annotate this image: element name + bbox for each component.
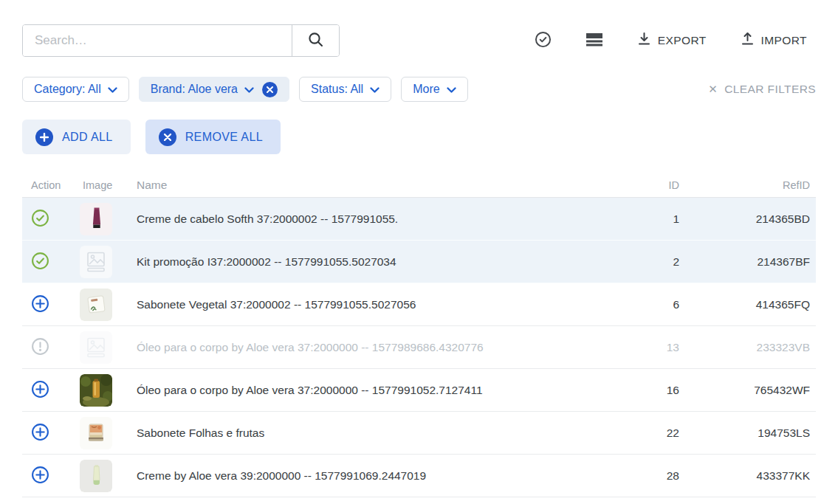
product-id: 22 [598, 427, 679, 440]
list-icon [585, 32, 603, 49]
filter-chip-label: Brand: Aloe vera [151, 83, 238, 96]
import-button[interactable]: IMPORT [741, 32, 807, 49]
check-circle-icon [31, 209, 49, 229]
search-input[interactable] [23, 25, 292, 56]
add-product-button[interactable] [31, 380, 49, 401]
product-name: Óleo para o corpo by Aloe vera 37:200000… [137, 341, 598, 354]
filter-chip-more[interactable]: More [401, 77, 467, 102]
clear-filters-button[interactable]: ✕ CLEAR FILTERS [708, 83, 816, 96]
product-id: 1 [598, 213, 679, 226]
product-refid: 214367BF [679, 255, 816, 269]
table-header-action: Action [22, 179, 72, 191]
close-icon: ✕ [708, 83, 718, 96]
filter-chip-label: More [413, 83, 439, 96]
remove-all-label: REMOVE ALL [185, 131, 263, 144]
filter-chip-label: Status: All [311, 83, 363, 96]
add-all-label: ADD ALL [62, 131, 113, 144]
bulk-actions: ADD ALL REMOVE ALL [22, 120, 816, 154]
table-header-row: Action Image Name ID RefID [22, 173, 816, 198]
product-image [80, 460, 112, 492]
plus-circle-icon [31, 294, 49, 315]
plus-circle-icon [31, 380, 49, 401]
product-refid: 194753LS [679, 427, 816, 440]
product-image [80, 203, 112, 235]
search-button[interactable] [292, 25, 339, 56]
table-row[interactable]: Óleo para o corpo by Aloe vera 37:200000… [22, 326, 816, 369]
remove-brand-filter-button[interactable] [262, 82, 278, 97]
product-refid: 765432WF [679, 384, 816, 397]
table-header-name: Name [137, 179, 598, 192]
download-icon [637, 32, 651, 49]
product-image [80, 374, 112, 407]
add-product-button[interactable] [31, 294, 49, 315]
check-circle-button[interactable] [535, 31, 552, 50]
unavailable-warning-button[interactable] [31, 337, 49, 358]
toolbar-actions: EXPORT IMPORT [535, 31, 816, 50]
filter-chip-label: Category: All [34, 83, 101, 96]
product-id: 16 [598, 384, 679, 397]
table-row[interactable]: Sabonete Folhas e frutas 22 194753LS [22, 412, 816, 455]
products-table: Action Image Name ID RefID Creme de cabe… [22, 173, 816, 497]
added-check-button[interactable] [31, 209, 49, 229]
product-name: Creme by Aloe vera 39:2000000 -- 1577991… [137, 469, 598, 483]
table-row[interactable]: Creme by Aloe vera 39:2000000 -- 1577991… [22, 455, 816, 497]
filter-chip-brand[interactable]: Brand: Aloe vera [139, 77, 289, 102]
export-button[interactable]: EXPORT [637, 32, 707, 49]
product-refid: 233323VB [679, 341, 816, 354]
remove-all-button[interactable]: REMOVE ALL [145, 120, 281, 154]
import-label: IMPORT [761, 34, 807, 47]
add-product-button[interactable] [31, 466, 49, 486]
check-circle-icon [31, 252, 49, 272]
plus-circle-icon [35, 128, 53, 146]
x-circle-icon [159, 128, 176, 146]
product-id: 28 [598, 469, 679, 483]
product-name: Kit promoção I37:2000002 -- 1577991055.5… [137, 255, 598, 269]
table-row[interactable]: Óleo para o corpo by Aloe vera 37:200000… [22, 369, 816, 412]
list-view-button[interactable] [585, 32, 603, 49]
product-image [80, 289, 112, 321]
product-name: Óleo para o corpo by Aloe vera 37:200000… [137, 384, 598, 397]
product-refid: 414365FQ [679, 298, 816, 311]
image-placeholder-icon [80, 246, 112, 278]
product-id: 2 [598, 255, 679, 269]
table-row[interactable]: Kit promoção I37:2000002 -- 1577991055.5… [22, 241, 816, 283]
chevron-down-icon [244, 83, 254, 97]
chevron-down-icon [447, 83, 456, 97]
product-refid: 214365BD [679, 213, 816, 226]
table-row[interactable]: Creme de cabelo Softh 37:2000002 -- 1577… [22, 198, 816, 241]
search-icon [307, 31, 324, 50]
export-label: EXPORT [658, 34, 707, 47]
search-bar [22, 24, 340, 57]
filter-chip-status[interactable]: Status: All [299, 77, 391, 102]
upload-icon [741, 32, 755, 49]
product-image [80, 417, 112, 449]
image-placeholder-icon [80, 331, 112, 364]
added-check-button[interactable] [31, 252, 49, 272]
table-header-id: ID [598, 179, 679, 191]
product-name: Sabonete Folhas e frutas [137, 427, 598, 440]
product-name: Sabonete Vegetal 37:2000002 -- 157799105… [137, 298, 598, 311]
product-id: 13 [598, 341, 679, 354]
filter-bar: Category: All Brand: Aloe vera Status: A… [22, 77, 816, 102]
clear-filters-label: CLEAR FILTERS [724, 83, 816, 96]
add-product-button[interactable] [31, 423, 49, 443]
product-refid: 433377KK [679, 469, 816, 483]
table-header-refid: RefID [679, 179, 816, 191]
plus-circle-icon [31, 466, 49, 486]
chevron-down-icon [370, 83, 379, 97]
alert-circle-icon [31, 337, 49, 358]
table-row[interactable]: Sabonete Vegetal 37:2000002 -- 157799105… [22, 283, 816, 326]
filter-chip-category[interactable]: Category: All [22, 77, 129, 102]
add-all-button[interactable]: ADD ALL [22, 120, 131, 154]
plus-circle-icon [31, 423, 49, 443]
chevron-down-icon [108, 83, 117, 97]
product-name: Creme de cabelo Softh 37:2000002 -- 1577… [137, 213, 598, 226]
table-header-image: Image [72, 179, 137, 191]
product-id: 6 [598, 298, 679, 311]
product-manager-page: EXPORT IMPORT Category: All Brand: Aloe … [0, 24, 838, 497]
top-bar: EXPORT IMPORT [22, 24, 816, 57]
close-icon [267, 86, 273, 93]
check-circle-icon [535, 31, 552, 50]
